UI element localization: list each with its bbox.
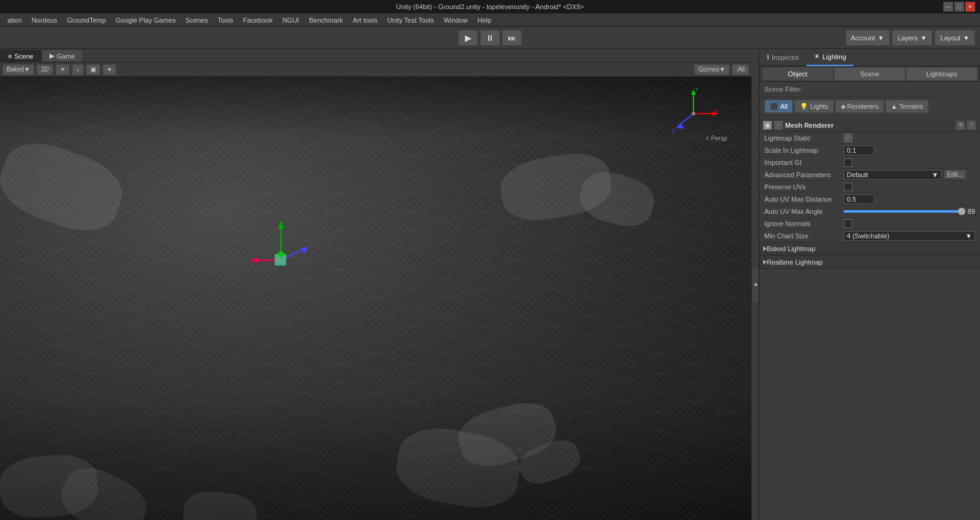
game-tab-label: Game <box>57 53 75 60</box>
svg-point-7 <box>278 251 284 257</box>
svg-marker-3 <box>278 221 284 229</box>
audio-toggle[interactable]: ♪ <box>72 64 84 75</box>
tab-inspector[interactable]: ℹ Inspector <box>759 49 806 66</box>
advanced-params-dropdown[interactable]: Default ▼ <box>844 170 942 180</box>
baked-dropdown[interactable]: Baked ▼ <box>2 64 34 75</box>
menu-item-googleplay[interactable]: Google Play Games <box>111 13 180 26</box>
lightmap-static-checkbox[interactable]: ✓ <box>844 134 852 142</box>
play-button[interactable]: ▶ <box>458 30 478 46</box>
inspector-content: ▣ ✓ Mesh Renderer ⚙ ? Lightmap Static ✓ … <box>759 116 980 520</box>
svg-marker-5 <box>301 247 309 254</box>
account-dropdown[interactable]: Account ▼ <box>846 30 890 46</box>
fx-toggle[interactable]: ✦ <box>103 64 116 75</box>
panel-tabs: ℹ Inspector ☀ Lighting <box>759 49 980 66</box>
lighting-tab-icon: ☀ <box>814 53 820 60</box>
auto-uv-max-distance-value[interactable] <box>844 194 975 204</box>
lighting-tab-lightmaps[interactable]: Lightmaps <box>906 67 978 81</box>
min-chart-size-label: Min Chart Size <box>764 232 844 240</box>
tab-lighting[interactable]: ☀ Lighting <box>806 49 854 66</box>
preserve-uvs-checkbox[interactable] <box>844 183 852 191</box>
menu-item-nordeus[interactable]: Nordeus <box>27 13 62 26</box>
fx-icon: ✦ <box>107 66 112 73</box>
menu-item-groundtemp[interactable]: GroundTemp <box>62 13 111 26</box>
image-effects-icon: ▣ <box>90 66 96 73</box>
scene-tab-icon: ≡ <box>8 53 12 60</box>
auto-uv-max-angle-value-label: 89 <box>968 208 975 215</box>
maximize-button[interactable]: □ <box>954 2 964 12</box>
menu-item-ngui[interactable]: NGUI <box>277 13 304 26</box>
filter-terrains[interactable]: ▲ Terrains <box>885 100 929 113</box>
toolbar-right: Account ▼ Layers ▼ Layout ▼ <box>846 30 975 46</box>
all-filter[interactable]: :All <box>732 64 749 75</box>
scale-lightmap-value[interactable] <box>844 145 975 155</box>
important-gi-checkbox[interactable] <box>844 158 852 167</box>
slider-handle[interactable] <box>958 208 965 215</box>
baked-lightmap-section[interactable]: Baked Lightmap <box>759 242 980 255</box>
main-layout: ≡ Scene ▶ Game Baked ▼ 2D ☀ ♪ <box>0 49 980 520</box>
filter-renderers[interactable]: ◈ Renderers <box>835 100 884 113</box>
menu-item-window[interactable]: Window <box>439 13 472 26</box>
gizmos-chevron-icon: ▼ <box>719 66 725 73</box>
svg-text:Z: Z <box>672 128 676 134</box>
menu-item-facebook[interactable]: Facebook <box>238 13 277 26</box>
mesh-renderer-actions: ⚙ ? <box>956 120 976 130</box>
prop-scale-in-lightmap: Scale In Lightmap <box>759 144 980 156</box>
tab-game[interactable]: ▶ Game <box>42 49 83 62</box>
preserve-uvs-label: Preserve UVs <box>764 183 844 191</box>
twod-button[interactable]: 2D <box>37 64 53 75</box>
filter-lights[interactable]: 💡 Lights <box>794 100 833 113</box>
ignore-normals-checkbox[interactable] <box>844 219 852 228</box>
min-chart-size-dropdown[interactable]: 4 (Switchable) ▼ <box>844 231 975 241</box>
min-chart-dropdown-chevron-icon: ▼ <box>965 232 972 240</box>
gizmos-label: Gizmos <box>698 66 719 73</box>
minimize-button[interactable]: — <box>943 2 953 12</box>
prop-preserve-uvs: Preserve UVs <box>759 181 980 193</box>
close-button[interactable]: ✕ <box>965 2 975 12</box>
menu-item-help[interactable]: Help <box>472 13 496 26</box>
scale-lightmap-input[interactable] <box>844 145 874 155</box>
prop-auto-uv-max-angle: Auto UV Max Angle 89 <box>759 205 980 218</box>
layout-dropdown[interactable]: Layout ▼ <box>935 30 975 46</box>
svg-text:X: X <box>715 108 719 114</box>
persp-label: < Persp <box>706 135 727 142</box>
axes-widget: Y X Z <box>666 86 721 141</box>
tab-scene[interactable]: ≡ Scene <box>0 49 42 62</box>
menu-item-arttools[interactable]: Art tools <box>348 13 382 26</box>
twod-label: 2D <box>41 66 49 73</box>
step-button[interactable]: ⏭ <box>502 30 522 46</box>
important-gi-value <box>844 158 975 167</box>
toolbar: ▶ ⏸ ⏭ Account ▼ Layers ▼ Layout ▼ <box>0 27 980 49</box>
window-title: Unity (64bit) - Ground2.unity - topeleve… <box>396 3 584 10</box>
menu-item-ation[interactable]: ation <box>2 13 27 26</box>
mesh-renderer-settings-icon[interactable]: ⚙ <box>956 120 965 130</box>
collapse-panel-button[interactable]: ◀ <box>751 266 759 303</box>
mesh-renderer-enabled-checkbox[interactable]: ✓ <box>774 121 783 130</box>
prop-ignore-normals: Ignore Normals <box>759 218 980 230</box>
auto-uv-max-angle-slider[interactable] <box>844 210 965 213</box>
lighting-tab-scene[interactable]: Scene <box>834 67 905 81</box>
mesh-renderer-help-icon[interactable]: ? <box>967 120 976 130</box>
title-bar: Unity (64bit) - Ground2.unity - topeleve… <box>0 0 980 13</box>
menu-item-benchmark[interactable]: Benchmark <box>304 13 348 26</box>
mesh-renderer-icon: ▣ <box>763 121 772 130</box>
gizmos-dropdown[interactable]: Gizmos ▼ <box>694 64 730 75</box>
lighting-tab-object[interactable]: Object <box>762 67 833 81</box>
auto-uv-max-distance-input[interactable] <box>844 194 874 204</box>
filter-all[interactable]: ⬛ All <box>764 100 793 113</box>
layers-dropdown[interactable]: Layers ▼ <box>892 30 932 46</box>
image-effects-toggle[interactable]: ▣ <box>86 64 100 75</box>
menu-item-scenes[interactable]: Scenes <box>180 13 213 26</box>
menu-item-unity-test-tools[interactable]: Unity Test Tools <box>382 13 439 26</box>
auto-uv-max-angle-slider-container[interactable]: 89 <box>844 208 975 215</box>
prop-important-gi: Important GI <box>759 156 980 169</box>
scene-viewport[interactable]: Y X Z < Persp <box>0 77 751 520</box>
pause-button[interactable]: ⏸ <box>480 30 500 46</box>
advanced-params-edit-button[interactable]: Edit... <box>944 170 966 179</box>
prop-auto-uv-max-distance: Auto UV Max Distance <box>759 193 980 205</box>
mesh-renderer-title: Mesh Renderer <box>785 122 833 129</box>
game-tab-icon: ▶ <box>49 52 54 60</box>
terrain-filter-icon: ▲ <box>891 103 898 110</box>
lighting-toggle[interactable]: ☀ <box>56 64 70 75</box>
realtime-lightmap-section[interactable]: Realtime Lightmap <box>759 255 980 269</box>
menu-item-tools[interactable]: Tools <box>213 13 238 26</box>
